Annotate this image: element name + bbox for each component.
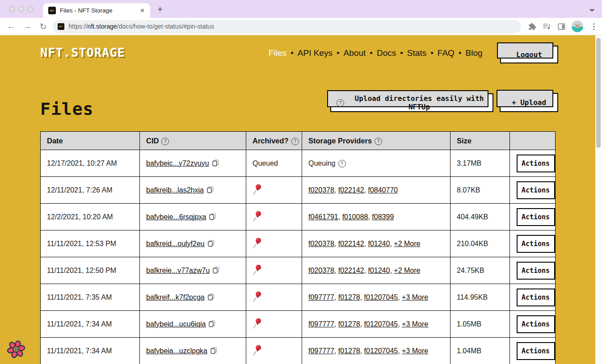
provider-link[interactable]: f022142 (338, 267, 364, 274)
cid-link[interactable]: bafybeie...6rsqjpxa (146, 213, 206, 221)
more-providers-link[interactable]: +3 More (402, 320, 428, 328)
scrollbar-thumb[interactable] (596, 38, 601, 148)
pushpin-icon (253, 264, 262, 277)
provider-link[interactable]: f01240 (368, 267, 390, 274)
provider-link[interactable]: f01207045 (364, 293, 398, 301)
help-icon[interactable]: ? (338, 160, 346, 167)
cid-link[interactable]: bafkreie...v77azw7u (146, 267, 210, 274)
copy-icon[interactable] (213, 267, 219, 274)
provider-link[interactable]: f01278 (338, 347, 360, 355)
provider-link[interactable]: f01240 (368, 240, 390, 247)
address-bar[interactable]: NFT https://nft.storage/docs/how-to/get-… (53, 20, 521, 33)
provider-link[interactable]: f097777 (308, 347, 334, 355)
nav-link-api-keys[interactable]: API Keys (298, 48, 333, 58)
provider-link[interactable]: f0840770 (368, 186, 398, 194)
actions-button[interactable]: Actions (517, 208, 555, 226)
copy-icon[interactable] (210, 347, 217, 354)
window-zoom-button[interactable] (28, 6, 34, 12)
actions-button[interactable]: Actions (517, 155, 555, 172)
logout-button[interactable]: Logout (500, 46, 558, 63)
provider-link[interactable]: f0461791 (308, 213, 338, 221)
nav-link-stats[interactable]: Stats (407, 48, 426, 58)
nftup-button[interactable]: ?Upload directories easily with NFTUp (330, 93, 493, 112)
provider-link[interactable]: f01207045 (364, 320, 398, 328)
copy-icon[interactable] (212, 159, 219, 167)
back-icon[interactable]: ← (6, 21, 16, 31)
forward-icon[interactable]: → (22, 21, 32, 31)
cell-cid: bafkreib...las2hxia (140, 177, 246, 204)
cell-date: 12/17/2021, 10:27 AM (41, 150, 140, 177)
browser-window: NFT Files - NFT Storage ✕ + ⌄ ← → ↻ NFT … (0, 0, 602, 364)
window-minimize-button[interactable] (18, 6, 24, 12)
provider-link[interactable]: f022142 (338, 186, 364, 194)
actions-button[interactable]: Actions (517, 289, 555, 306)
cell-storage-providers: f097777, f01278, f01207045, +3 More (302, 284, 450, 311)
nav-link-faq[interactable]: FAQ (438, 48, 455, 58)
cid-link[interactable]: bafybeid...ucu6iqia (146, 320, 206, 328)
actions-button[interactable]: Actions (517, 235, 555, 253)
more-providers-link[interactable]: +3 More (402, 293, 428, 301)
cid-link[interactable]: bafybeic...y72zvuyu (146, 159, 209, 167)
pushpin-icon (253, 264, 262, 275)
cid-link[interactable]: bafkreib...las2hxia (146, 186, 204, 194)
upload-button[interactable]: + Upload (500, 93, 558, 112)
provider-link[interactable]: f01207045 (364, 347, 398, 355)
page-scrollbar[interactable] (595, 35, 602, 364)
nav-link-blog[interactable]: Blog (466, 48, 483, 58)
browser-menu-icon[interactable]: ⋮ (590, 22, 598, 31)
cell-storage-providers: f020378, f022142, f01240, +2 More (302, 230, 450, 257)
cell-date: 11/11/2021, 12:53 PM (41, 230, 140, 257)
window-close-button[interactable] (9, 6, 15, 12)
provider-link[interactable]: f01278 (338, 320, 360, 328)
provider-link[interactable]: f010088 (342, 213, 368, 221)
copy-icon[interactable] (209, 320, 215, 327)
tab-strip: NFT Files - NFT Storage ✕ + ⌄ (0, 0, 602, 18)
reading-list-icon[interactable] (542, 22, 551, 31)
table-row: 11/11/2021, 12:53 PMbafkreid...oulyf2euf… (41, 230, 556, 257)
copy-icon[interactable] (208, 293, 215, 301)
provider-link[interactable]: f01278 (338, 293, 360, 301)
provider-link[interactable]: f022142 (338, 240, 364, 247)
provider-link[interactable]: f020378 (308, 240, 334, 247)
profile-avatar[interactable] (572, 21, 583, 32)
actions-button[interactable]: Actions (517, 315, 555, 333)
provider-link[interactable]: f020378 (308, 186, 334, 194)
nav-link-docs[interactable]: Docs (377, 48, 396, 58)
cell-actions: Actions (510, 177, 556, 204)
help-icon[interactable]: ? (161, 138, 169, 145)
cell-size: 404.49KB (450, 204, 510, 230)
site-logo[interactable]: NFT.STORAGE (40, 46, 125, 59)
actions-button[interactable]: Actions (517, 181, 555, 199)
copy-icon[interactable] (208, 240, 215, 247)
cell-size: 1.04MB (450, 338, 510, 364)
actions-button[interactable]: Actions (517, 262, 555, 280)
provider-link[interactable]: f097777 (308, 293, 334, 301)
cell-storage-providers: f0461791, f010088, f08399 (302, 204, 450, 230)
pushpin-icon (253, 344, 262, 356)
header-date: Date (41, 132, 140, 150)
chevron-down-icon[interactable]: ⌄ (588, 3, 596, 13)
side-panel-icon[interactable] (557, 22, 566, 31)
extensions-puzzle-icon[interactable] (527, 22, 536, 31)
provider-link[interactable]: f020378 (308, 267, 334, 274)
browser-tab[interactable]: NFT Files - NFT Storage ✕ (43, 3, 150, 18)
provider-link[interactable]: f097777 (308, 320, 334, 328)
copy-icon[interactable] (207, 186, 214, 193)
new-tab-button[interactable]: + (157, 4, 163, 15)
cid-link[interactable]: bafybeia...uzclpgka (146, 347, 207, 355)
nav-link-files[interactable]: Files (269, 48, 286, 58)
help-icon[interactable]: ? (291, 138, 299, 145)
reload-icon[interactable]: ↻ (38, 21, 48, 32)
more-providers-link[interactable]: +2 More (394, 267, 420, 274)
actions-button[interactable]: Actions (517, 342, 555, 360)
more-providers-link[interactable]: +2 More (394, 240, 420, 247)
more-providers-link[interactable]: +3 More (402, 347, 428, 355)
cid-link[interactable]: bafkreid...oulyf2eu (146, 240, 205, 247)
help-icon[interactable]: ? (375, 138, 382, 145)
tab-close-icon[interactable]: ✕ (140, 7, 145, 14)
help-icon: ? (337, 99, 344, 107)
cid-link[interactable]: bafkreif...k7f2pcga (146, 293, 205, 301)
provider-link[interactable]: f08399 (372, 213, 394, 221)
copy-icon[interactable] (209, 213, 216, 220)
nav-link-about[interactable]: About (344, 48, 366, 58)
